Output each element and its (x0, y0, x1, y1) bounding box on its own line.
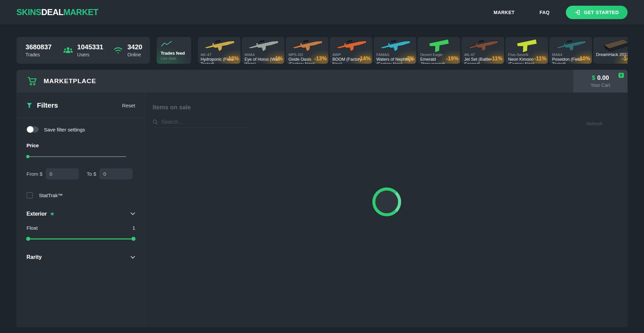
get-started-label: GET STARTED (584, 10, 619, 15)
item-discount-badge: -10% (578, 56, 590, 62)
cart-icon (28, 76, 38, 86)
trade-item-card[interactable]: M4A4 Eye of Horus (Well-Worn) -1% (242, 37, 284, 64)
stats-row: 3680837 Trades 1045331 Users 3420 Online (0, 37, 644, 64)
trade-item-card[interactable]: MP5-SD Oxide Oasis (Factory New) -13% (286, 37, 328, 64)
trade-item-card[interactable]: Five-SeveN Neon Kimono (Factory New) -11… (505, 37, 548, 64)
reset-filters-button[interactable]: Reset (122, 103, 135, 108)
cart-amount: 0.00 (597, 74, 609, 81)
star-icon: ★ (50, 211, 54, 217)
float-slider-handle-min[interactable] (26, 237, 30, 241)
stat-users: 1045331 Users (61, 41, 105, 59)
filters-sidebar: Filters Reset Save filter settings Price… (16, 93, 146, 327)
exterior-section-header[interactable]: Exterior ★ (26, 211, 135, 217)
trade-item-card[interactable]: FAMAS Waters of Nephthys (Factory New) -… (374, 37, 416, 64)
trade-item-card[interactable]: AWP BOOM (Factory New) -14% (330, 37, 372, 64)
item-discount-badge: -19% (446, 56, 459, 62)
exterior-label: Exterior (26, 211, 47, 217)
trades-feed-card[interactable]: Trades feed Live stats (157, 37, 191, 64)
save-filter-toggle[interactable] (26, 126, 39, 132)
loading-spinner (372, 187, 401, 216)
login-icon (575, 9, 581, 15)
price-section-label: Price (26, 143, 135, 148)
price-to-input[interactable] (99, 168, 132, 179)
price-slider[interactable] (26, 155, 126, 158)
item-discount-badge: -14% (358, 56, 371, 62)
price-to-label: To $ (87, 171, 96, 177)
filters-title: Filters (37, 101, 58, 109)
users-count: 1045331 (77, 43, 103, 51)
get-started-button[interactable]: GET STARTED (566, 6, 628, 19)
trades-feed-title: Trades feed (161, 51, 187, 56)
price-slider-handle[interactable] (26, 155, 30, 158)
price-slider-track (26, 156, 126, 157)
cart-summary[interactable]: $0.00 Your Cart 0 (573, 70, 628, 93)
rarity-label: Rarity (26, 254, 42, 260)
item-discount-badge: -11% (490, 56, 502, 62)
stattrak-row[interactable]: StatTrak™ (26, 192, 135, 199)
stat-online: 3420 Online (105, 41, 150, 59)
item-discount-badge: -11% (534, 56, 546, 62)
nav-market-link[interactable]: MARKET (493, 10, 515, 15)
trades-feed-subtitle: Live stats (161, 56, 187, 60)
item-discount-badge: -12% (226, 56, 239, 62)
trades-label: Trades (25, 52, 52, 57)
price-from-input[interactable] (46, 168, 79, 179)
search-icon (153, 119, 158, 125)
float-slider-handle-max[interactable] (131, 237, 136, 241)
brand-logo: SKINSDEALMARKET (16, 7, 98, 17)
filter-funnel-icon (26, 103, 32, 108)
chevron-down-icon[interactable] (130, 212, 135, 215)
trades-feed-items: AK-47 Hydroponic (Field-Tested) -12% M4A… (198, 37, 628, 64)
search-box[interactable] (153, 119, 253, 128)
trade-item-card[interactable]: M4A4 Poseidon (Field-Tested) -10% (549, 37, 592, 64)
save-filter-label: Save filter settings (44, 127, 85, 132)
marketplace-bar: MARKETPLACE $0.00 Your Cart 0 (16, 70, 628, 93)
cart-currency: $ (592, 74, 595, 81)
item-discount-badge: -14% (622, 56, 628, 62)
trade-item-card[interactable]: AK-47 Hydroponic (Field-Tested) -12% (198, 37, 240, 64)
trades-count: 3680837 (25, 43, 52, 51)
items-panel: Items on sale Refresh (146, 93, 628, 327)
cart-label: Your Cart (591, 82, 610, 88)
nav-faq-link[interactable]: FAQ (539, 10, 549, 15)
cart-count-badge: 0 (619, 73, 624, 78)
stattrak-checkbox[interactable] (26, 192, 33, 199)
online-label: Online (127, 52, 143, 57)
search-input[interactable] (161, 119, 245, 125)
stat-trades: 3680837 Trades (16, 41, 61, 59)
stats-card: 3680837 Trades 1045331 Users 3420 Online (16, 37, 150, 64)
line-chart-icon (161, 40, 187, 48)
items-heading: Items on sale (153, 104, 618, 111)
float-label: Float (26, 225, 38, 231)
stattrak-label: StatTrak™ (39, 192, 63, 198)
content: Filters Reset Save filter settings Price… (16, 93, 628, 327)
refresh-button[interactable]: Refresh (586, 121, 603, 126)
marketplace-title: MARKETPLACE (44, 77, 96, 85)
item-discount-badge: -13% (314, 56, 327, 62)
float-value: 1 (132, 225, 135, 231)
header: SKINSDEALMARKET MARKET FAQ GET STARTED (0, 0, 644, 24)
trade-item-card[interactable]: Desert Eagle Emerald Jörmungandr (Factor… (418, 37, 460, 64)
float-range-slider[interactable] (26, 237, 135, 241)
chevron-down-icon[interactable] (130, 256, 135, 259)
save-filter-toggle-row[interactable]: Save filter settings (26, 126, 135, 132)
item-discount-badge: -3% (405, 56, 415, 62)
brand-part-2: DEAL (41, 7, 63, 17)
users-icon (63, 46, 73, 54)
users-label: Users (77, 52, 103, 57)
wifi-icon (113, 46, 123, 54)
brand-part-3: MARKET (63, 7, 98, 17)
brand-part-1: SKINS (16, 7, 41, 17)
online-count: 3420 (127, 43, 143, 51)
item-discount-badge: -1% (273, 56, 283, 62)
trade-item-card[interactable]: DreamHack 2013 -14% (593, 37, 628, 64)
divider (16, 117, 145, 118)
rarity-section-header[interactable]: Rarity (26, 254, 135, 260)
trade-item-card[interactable]: AK-47 Jet Set (Battle-Scarred) -11% (462, 37, 504, 64)
price-from-label: From $ (26, 171, 43, 177)
float-slider-track (26, 238, 135, 239)
